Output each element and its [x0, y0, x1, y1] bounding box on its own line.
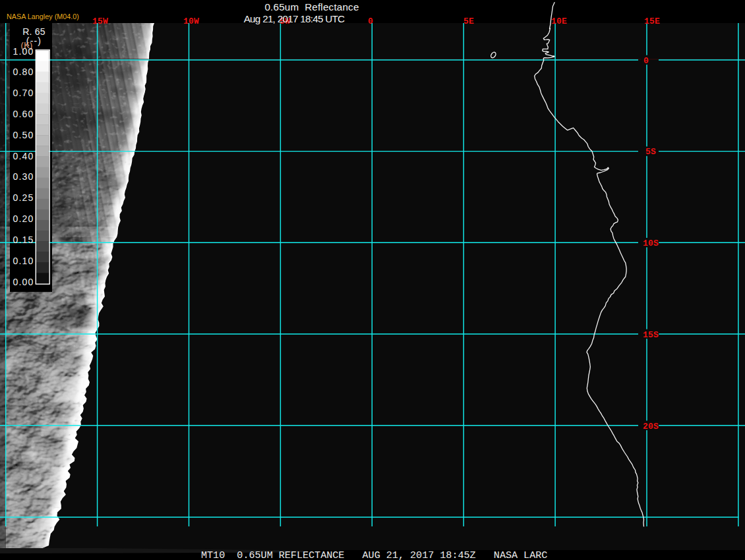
svg-text:MT10 0.65UM REFLECTANCE AUG: MT10 0.65UM REFLECTANCE AUG 21, 2017 18:…: [201, 549, 547, 560]
svg-text:0: 0: [643, 56, 649, 66]
svg-text:15W: 15W: [92, 16, 108, 26]
svg-text:NASA Langley (M04.0): NASA Langley (M04.0): [7, 13, 79, 20]
svg-text:Aug 21, 2017 18:45 UTC: Aug 21, 2017 18:45 UTC: [244, 13, 345, 24]
svg-text:0.40: 0.40: [13, 151, 34, 161]
svg-text:10E: 10E: [551, 16, 567, 26]
svg-text:0.20: 0.20: [13, 213, 34, 224]
svg-text:10W: 10W: [183, 16, 199, 26]
svg-text:0.15: 0.15: [13, 235, 34, 245]
svg-text:0.70: 0.70: [13, 88, 34, 98]
svg-text:0.30: 0.30: [13, 171, 34, 182]
svg-text:0.50: 0.50: [13, 130, 34, 140]
svg-text:0: 0: [368, 16, 373, 26]
svg-text:0.80: 0.80: [13, 67, 34, 77]
svg-text:1.00: 1.00: [13, 46, 34, 57]
svg-text:5E: 5E: [463, 16, 474, 26]
svg-text:0.65um Reflectance: 0.65um Reflectance: [264, 1, 359, 13]
svg-text:0.25: 0.25: [13, 192, 34, 203]
svg-text:0.00: 0.00: [13, 277, 34, 287]
svg-text:0.60: 0.60: [13, 109, 34, 119]
svg-text:5S: 5S: [645, 147, 656, 157]
svg-text:10S: 10S: [643, 238, 659, 248]
svg-text:0.10: 0.10: [13, 256, 34, 266]
svg-text:15E: 15E: [644, 16, 660, 26]
svg-text:15S: 15S: [643, 330, 659, 340]
svg-text:20S: 20S: [643, 422, 659, 432]
